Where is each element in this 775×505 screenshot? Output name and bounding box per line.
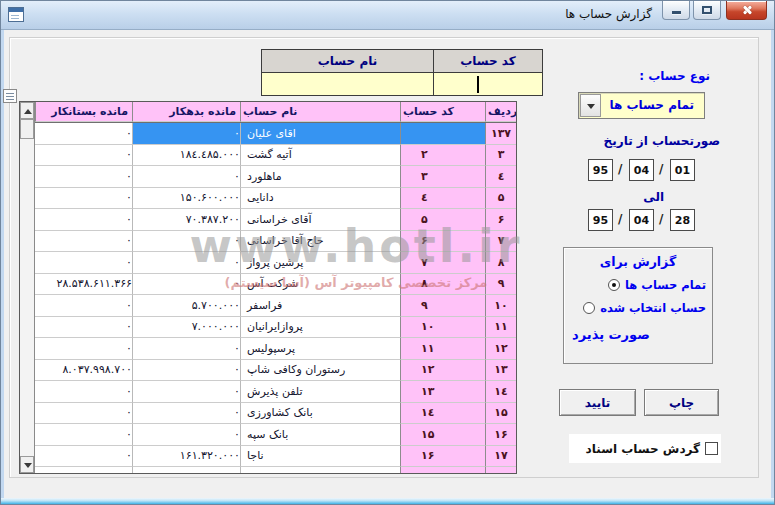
cell-credit[interactable]: ٠ [35, 209, 132, 231]
confirm-button[interactable]: تایید [559, 389, 636, 416]
cell-code[interactable]: ۳ [400, 166, 485, 188]
account-type-dropdown[interactable]: تمام حساب ها [578, 92, 705, 119]
table-row[interactable]: ۱۵۱٤بانک کشاورزی٠٠ [35, 403, 516, 425]
scroll-up-button[interactable] [20, 102, 34, 119]
table-row[interactable]: ۷۶حاج آقا خراسانی٠٠ [35, 231, 516, 253]
cell-radif[interactable]: ۶ [485, 209, 516, 231]
table-row[interactable]: ۱۷۱۶ناجا۱۶۱.۳۲٠.٠٠٠٠ [35, 446, 516, 468]
cell-name[interactable]: شرکت آس [240, 274, 400, 296]
cell-name[interactable]: بانک کشاورزی [240, 403, 400, 425]
cell-debit[interactable]: ۱۸٤.٤۸۵.٠٠٠ [132, 145, 240, 167]
cell-credit[interactable]: ٠ [35, 231, 132, 253]
cell-radif[interactable]: ۱٠ [485, 295, 516, 317]
cell-credit[interactable]: ٠ [35, 188, 132, 210]
cell-radif[interactable]: ۱۶ [485, 424, 516, 446]
table-row[interactable]: ۱۳۷اقای علیان٠٠ [35, 123, 516, 145]
cell-credit[interactable]: ٠ [35, 381, 132, 403]
cell-credit[interactable]: ۸.٠۳۷.۹۹۸.۷٠٠ [35, 360, 132, 382]
cell-name[interactable]: ناجا [240, 446, 400, 468]
cell-credit[interactable]: ٠ [35, 338, 132, 360]
cell-credit[interactable]: ٠ [35, 295, 132, 317]
table-row[interactable]: ۳۲آتیه گشت۱۸٤.٤۸۵.٠٠٠٠ [35, 145, 516, 167]
cell-name[interactable]: آقای خراسانی [240, 209, 400, 231]
cell-name[interactable]: آتیه گشت [240, 145, 400, 167]
table-row[interactable]: ۶۵آقای خراسانی۷٠.۳۸۷.۲٠٠٠ [35, 209, 516, 231]
cell-credit[interactable]: ٠ [35, 252, 132, 274]
cell-code[interactable]: ۱۵ [400, 424, 485, 446]
table-row[interactable]: ۱۳۱۲رستوران وکافی شاپ٠۸.٠۳۷.۹۹۸.۷٠٠ [35, 360, 516, 382]
cell-name[interactable]: فراسفر [240, 295, 400, 317]
cell-name[interactable]: رستوران وکافی شاپ [240, 360, 400, 382]
radio-all-accounts[interactable]: تمام حساب ها [564, 278, 706, 292]
cell-debit[interactable]: ۷٠.۳۸۷.۲٠٠ [132, 209, 240, 231]
cell-code[interactable]: ۱٠ [400, 317, 485, 339]
radio-unselected-icon[interactable] [583, 302, 595, 314]
cell-radif[interactable]: ۱۲ [485, 338, 516, 360]
radio-selected-icon[interactable] [608, 279, 620, 291]
table-row[interactable]: ۹۸شرکت آس٠۲۸.۵۳۸.۶۱۱.۳۶۶ [35, 274, 516, 296]
cell-credit[interactable]: ٠ [35, 317, 132, 339]
cell-radif[interactable]: ۳ [485, 145, 516, 167]
cell-code[interactable]: ۱٤ [400, 403, 485, 425]
cell-code[interactable]: ۸ [400, 274, 485, 296]
cell-debit[interactable]: ٠ [132, 274, 240, 296]
cell-code[interactable]: ۱۲ [400, 360, 485, 382]
cell-debit[interactable] [132, 467, 240, 473]
cell-credit[interactable]: ٠ [35, 166, 132, 188]
cell-name[interactable]: بانک سپه [240, 424, 400, 446]
table-row[interactable]: ۱٤۱۳تلفن پذیرش٠٠ [35, 381, 516, 403]
table-row[interactable]: ۱۶۱۵بانک سپه٠٠ [35, 424, 516, 446]
to-day-field[interactable]: 28 [670, 209, 695, 231]
table-row[interactable] [35, 467, 516, 473]
from-month-field[interactable]: 04 [629, 159, 654, 181]
scroll-down-button[interactable] [20, 456, 34, 473]
dropdown-button[interactable] [580, 94, 601, 117]
cell-debit[interactable]: ۵.۷٠٠.٠٠٠ [132, 295, 240, 317]
cell-name[interactable]: پروازایرانیان [240, 317, 400, 339]
cell-code[interactable]: ٤ [400, 188, 485, 210]
close-button[interactable] [726, 1, 767, 20]
minimize-button[interactable] [662, 1, 690, 20]
cell-credit[interactable]: ٠ [35, 403, 132, 425]
table-row[interactable]: ۱۲۱۱پرسپولیس٠٠ [35, 338, 516, 360]
cell-credit[interactable] [35, 467, 132, 473]
table-row[interactable]: ٤۳ماهلورد٠٠ [35, 166, 516, 188]
cell-code[interactable]: ۲ [400, 145, 485, 167]
cell-debit[interactable]: ٠ [132, 403, 240, 425]
cell-name[interactable] [240, 467, 400, 473]
cell-radif[interactable]: ۱٤ [485, 381, 516, 403]
table-row[interactable]: ۵٤دانایی۱۵٠.۶٠٠.٠٠٠٠ [35, 188, 516, 210]
cell-code[interactable] [400, 467, 485, 473]
cell-code[interactable]: ۶ [400, 231, 485, 253]
cell-debit[interactable]: ۱۶۱.۳۲٠.٠٠٠ [132, 446, 240, 468]
table-row[interactable]: ۱۱۱٠پروازایرانیان۷.٠٠٠.٠٠٠٠ [35, 317, 516, 339]
cell-radif[interactable]: ۷ [485, 231, 516, 253]
cell-debit[interactable]: ٠ [132, 381, 240, 403]
to-year-field[interactable]: 95 [588, 209, 613, 231]
table-scrollbar[interactable] [20, 102, 35, 473]
cell-debit[interactable]: ۷.٠٠٠.٠٠٠ [132, 317, 240, 339]
cell-credit[interactable]: ٠ [35, 446, 132, 468]
documents-turnover-checkbox[interactable] [705, 442, 718, 455]
cell-radif[interactable]: ۱۱ [485, 317, 516, 339]
cell-code[interactable]: ۹ [400, 295, 485, 317]
maximize-button[interactable] [693, 1, 721, 20]
cell-radif[interactable]: ۵ [485, 188, 516, 210]
cell-debit[interactable]: ٠ [132, 252, 240, 274]
from-day-field[interactable]: 01 [670, 159, 695, 181]
cell-radif[interactable]: ۱۳۷ [485, 123, 516, 145]
cell-debit[interactable]: ٠ [132, 123, 240, 145]
cell-name[interactable]: حاج آقا خراسانی [240, 231, 400, 253]
cell-code[interactable]: ۱۳ [400, 381, 485, 403]
cell-code[interactable]: ۱۶ [400, 446, 485, 468]
cell-code[interactable]: ۵ [400, 209, 485, 231]
cell-radif[interactable]: ۱۵ [485, 403, 516, 425]
cell-debit[interactable]: ٠ [132, 338, 240, 360]
cell-radif[interactable]: ۹ [485, 274, 516, 296]
cell-radif[interactable]: ٤ [485, 166, 516, 188]
table-row[interactable]: ۸۷پرشین پرواز٠٠ [35, 252, 516, 274]
cell-debit[interactable]: ٠ [132, 231, 240, 253]
cell-credit[interactable]: ٠ [35, 123, 132, 145]
cell-code[interactable]: ۷ [400, 252, 485, 274]
cell-debit[interactable]: ٠ [132, 360, 240, 382]
